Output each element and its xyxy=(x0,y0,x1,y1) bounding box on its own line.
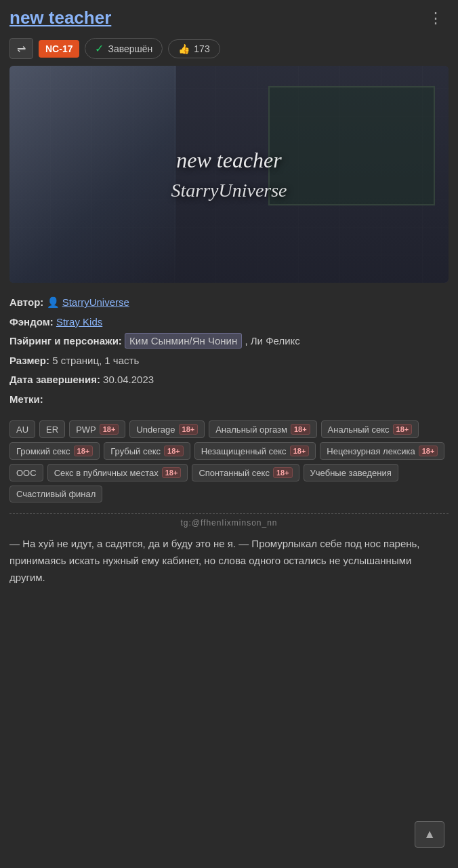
author-icon: 👤 xyxy=(47,296,60,308)
tag-label: ER xyxy=(46,425,58,435)
tag-18plus-badge: 18+ xyxy=(273,467,293,478)
separator-line xyxy=(9,513,449,514)
tag-label: Громкий секс xyxy=(16,446,70,456)
tag-item[interactable]: Громкий секс18+ xyxy=(9,442,100,460)
shuffle-button[interactable]: ⇌ xyxy=(9,38,33,59)
tag-item[interactable]: AU xyxy=(9,420,35,438)
tag-item[interactable]: Грубый секс18+ xyxy=(104,442,190,460)
tag-label: Спонтанный секс xyxy=(199,468,270,478)
description-text: — На хуй не идут, а садятся, да и буду э… xyxy=(0,533,458,597)
tag-label: Underage xyxy=(136,425,175,435)
tag-label: Секс в публичных местах xyxy=(54,468,159,478)
tags-container: AUERPWP18+Underage18+Анальный оргазм18+А… xyxy=(0,418,458,509)
tag-label: Анальный оргазм xyxy=(215,425,287,435)
date-value: 30.04.2023 xyxy=(103,374,154,385)
tag-label: PWP xyxy=(76,425,96,435)
author-link[interactable]: StarryUniverse xyxy=(62,296,129,308)
tag-item[interactable]: Спонтанный секс18+ xyxy=(192,464,299,481)
cover-title-text: new teacher xyxy=(176,148,282,173)
badges-row: ⇌ NC-17 ✓ Завершён 👍 173 xyxy=(0,34,458,66)
likes-count: 173 xyxy=(194,43,209,54)
likes-icon: 👍 xyxy=(178,43,190,54)
tag-item[interactable]: Анальный секс18+ xyxy=(321,420,419,438)
page-title[interactable]: new teacher xyxy=(9,7,111,30)
tag-18plus-badge: 18+ xyxy=(393,424,413,435)
date-row: Дата завершения: 30.04.2023 xyxy=(9,372,449,388)
date-label: Дата завершения: xyxy=(9,374,100,385)
tag-18plus-badge: 18+ xyxy=(74,446,93,456)
tag-label: Незащищенный секс xyxy=(201,446,287,456)
tags-row-label: Метки: xyxy=(9,392,449,408)
pairing-row: Пэйринг и персонажи: Ким Сынмин/Ян Чонин… xyxy=(9,334,449,349)
tag-18plus-badge: 18+ xyxy=(164,446,184,456)
tag-item[interactable]: PWP18+ xyxy=(69,420,125,438)
tag-item[interactable]: Учебные заведения xyxy=(304,464,398,481)
tag-18plus-badge: 18+ xyxy=(100,424,119,435)
header: new teacher ⋮ xyxy=(0,0,458,34)
author-label: Автор: xyxy=(9,296,43,308)
cover-image: new teacher StarryUniverse xyxy=(9,66,449,283)
pairing-highlight[interactable]: Ким Сынмин/Ян Чонин xyxy=(125,333,242,349)
separator-label: tg:@ffhenlixminson_nn xyxy=(9,518,449,528)
tag-label: Учебные заведения xyxy=(310,468,392,478)
done-badge: ✓ Завершён xyxy=(85,38,163,59)
fandom-link[interactable]: Stray Kids xyxy=(56,316,102,328)
tag-label: Нецензурная лексика xyxy=(327,446,415,456)
author-row: Автор: 👤 StarryUniverse xyxy=(9,295,449,311)
size-row: Размер: 5 страниц, 1 часть xyxy=(9,353,449,369)
done-label: Завершён xyxy=(108,43,152,54)
scroll-top-button[interactable]: ▲ xyxy=(415,821,444,848)
likes-badge[interactable]: 👍 173 xyxy=(168,39,220,58)
tag-item[interactable]: ER xyxy=(39,420,65,438)
tag-item[interactable]: Underage18+ xyxy=(129,420,205,438)
tag-label: Анальный секс xyxy=(328,425,390,435)
fandom-label: Фэндом: xyxy=(9,316,54,328)
tag-label: AU xyxy=(16,425,28,435)
tag-18plus-badge: 18+ xyxy=(179,424,199,435)
cover-image-inner: new teacher StarryUniverse xyxy=(9,66,449,283)
tag-label: Счастливый финал xyxy=(16,489,96,499)
tag-item[interactable]: Анальный оргазм18+ xyxy=(209,420,316,438)
tag-item[interactable]: Секс в публичных местах18+ xyxy=(47,464,188,481)
size-label: Размер: xyxy=(9,355,49,366)
page-container: new teacher ⋮ ⇌ NC-17 ✓ Завершён 👍 173 n… xyxy=(0,0,458,597)
tag-item[interactable]: Счастливый финал xyxy=(9,486,102,502)
size-value: 5 страниц, 1 часть xyxy=(52,355,139,366)
tag-18plus-badge: 18+ xyxy=(290,446,310,456)
tag-item[interactable]: Незащищенный секс18+ xyxy=(194,442,316,460)
cover-author-text: StarryUniverse xyxy=(171,180,287,201)
fandom-row: Фэндом: Stray Kids xyxy=(9,315,449,330)
info-section: Автор: 👤 StarryUniverse Фэндом: Stray Ki… xyxy=(0,292,458,418)
tag-18plus-badge: 18+ xyxy=(291,424,310,435)
tag-label: Грубый секс xyxy=(110,446,161,456)
check-icon: ✓ xyxy=(95,42,104,55)
tags-label: Метки: xyxy=(9,393,43,405)
pairing-extra: , Ли Феликс xyxy=(245,335,299,347)
nc17-badge: NC-17 xyxy=(39,40,79,58)
menu-icon[interactable]: ⋮ xyxy=(423,7,449,30)
pairing-label: Пэйринг и персонажи: xyxy=(9,335,122,347)
tag-item[interactable]: Нецензурная лексика18+ xyxy=(320,442,444,460)
tag-18plus-badge: 18+ xyxy=(419,446,438,456)
tag-item[interactable]: ООС xyxy=(9,464,43,481)
tag-label: ООС xyxy=(16,468,37,478)
tag-18plus-badge: 18+ xyxy=(162,467,182,478)
